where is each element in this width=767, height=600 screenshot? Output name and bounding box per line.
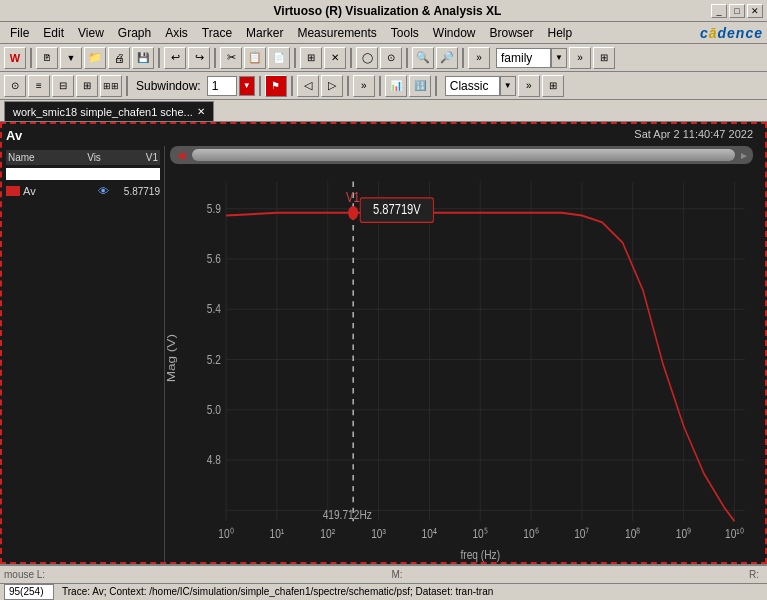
svg-text:5.4: 5.4 bbox=[207, 301, 221, 317]
toolbar-btn-2[interactable]: 🖹 bbox=[36, 47, 58, 69]
toolbar2-flag-btn[interactable]: ⚑ bbox=[265, 75, 287, 97]
mouse-r-label: R: bbox=[749, 569, 759, 580]
svg-text:10⁹: 10⁹ bbox=[676, 525, 692, 541]
toolbar2-btn-left[interactable]: ◁ bbox=[297, 75, 319, 97]
legend-row-0: Av 👁 5.87719 bbox=[6, 183, 160, 199]
svg-text:10⁸: 10⁸ bbox=[625, 525, 641, 541]
svg-text:5.0: 5.0 bbox=[207, 401, 221, 417]
horizontal-scrollbar[interactable]: ◄ ► bbox=[170, 146, 753, 164]
legend-panel: Name Vis V1 Av 👁 5.87719 bbox=[2, 146, 165, 562]
toolbar2-chart-btn[interactable]: 📊 bbox=[385, 75, 407, 97]
scroll-left-arrow[interactable]: ◄ bbox=[174, 147, 188, 163]
menu-help[interactable]: Help bbox=[542, 24, 579, 42]
toolbar2-more[interactable]: » bbox=[353, 75, 375, 97]
legend-eye-icon[interactable]: 👁 bbox=[98, 185, 109, 197]
svg-text:10¹: 10¹ bbox=[270, 525, 285, 541]
mouse-m-label: M: bbox=[392, 569, 403, 580]
toolbar-btn-cut[interactable]: ✂ bbox=[220, 47, 242, 69]
toolbar-btn-3[interactable]: ▼ bbox=[60, 47, 82, 69]
menu-view[interactable]: View bbox=[72, 24, 110, 42]
chart-svg: 5.9 5.6 5.4 5.2 5.0 4.8 Mag (V) 10⁰ 10¹ … bbox=[165, 168, 765, 562]
legend-col-name: Name bbox=[8, 152, 78, 163]
toolbar-btn-save[interactable]: 💾 bbox=[132, 47, 154, 69]
menu-window[interactable]: Window bbox=[427, 24, 482, 42]
toolbar-btn-6[interactable]: ✕ bbox=[324, 47, 346, 69]
toolbar-btn-copy[interactable]: 📋 bbox=[244, 47, 266, 69]
classic-dropdown-arrow[interactable]: ▼ bbox=[500, 76, 516, 96]
cadence-logo: cādence bbox=[700, 25, 763, 41]
toolbar-btn-folder[interactable]: 📁 bbox=[84, 47, 106, 69]
toolbar2-sep-1 bbox=[126, 76, 128, 96]
svg-rect-0 bbox=[165, 168, 765, 562]
title-bar: Virtuoso (R) Visualization & Analysis XL… bbox=[0, 0, 767, 22]
menu-browser[interactable]: Browser bbox=[484, 24, 540, 42]
svg-text:10⁵: 10⁵ bbox=[472, 525, 488, 541]
toolbar2-btn-3[interactable]: ⊟ bbox=[52, 75, 74, 97]
maximize-button[interactable]: □ bbox=[729, 4, 745, 18]
toolbar-sep-7 bbox=[462, 48, 464, 68]
legend-header: Name Vis V1 bbox=[6, 150, 160, 165]
toolbar2-btn-2[interactable]: ≡ bbox=[28, 75, 50, 97]
minimize-button[interactable]: _ bbox=[711, 4, 727, 18]
svg-text:10¹⁰: 10¹⁰ bbox=[725, 525, 744, 541]
menu-axis[interactable]: Axis bbox=[159, 24, 194, 42]
menu-marker[interactable]: Marker bbox=[240, 24, 289, 42]
menu-bar: File Edit View Graph Axis Trace Marker M… bbox=[0, 22, 767, 44]
toolbar-btn-w[interactable]: W bbox=[4, 47, 26, 69]
svg-text:419.712Hz: 419.712Hz bbox=[323, 506, 372, 522]
toolbar-sep-6 bbox=[406, 48, 408, 68]
classic-dropdown[interactable]: Classic bbox=[445, 76, 500, 96]
menu-trace[interactable]: Trace bbox=[196, 24, 238, 42]
plot-title: Av bbox=[6, 128, 22, 143]
toolbar-btn-zoom-in[interactable]: 🔍 bbox=[412, 47, 434, 69]
menu-graph[interactable]: Graph bbox=[112, 24, 157, 42]
menu-edit[interactable]: Edit bbox=[37, 24, 70, 42]
toolbar2-btn-5[interactable]: ⊞⊞ bbox=[100, 75, 122, 97]
toolbar-btn-paste[interactable]: 📄 bbox=[268, 47, 290, 69]
status-top-row: mouse L: M: R: bbox=[0, 566, 767, 583]
toolbar-btn-5[interactable]: ⊞ bbox=[300, 47, 322, 69]
menu-file[interactable]: File bbox=[4, 24, 35, 42]
classic-dropdown-group: Classic ▼ bbox=[445, 76, 516, 96]
legend-filter-bar[interactable] bbox=[6, 168, 160, 180]
toolbar2-calc-btn[interactable]: 🔢 bbox=[409, 75, 431, 97]
toolbar-btn-8[interactable]: ⊙ bbox=[380, 47, 402, 69]
toolbar2-btn-4[interactable]: ⊞ bbox=[76, 75, 98, 97]
toolbar-btn-redo[interactable]: ↪ bbox=[188, 47, 210, 69]
legend-name-av: Av bbox=[23, 185, 95, 197]
toolbar-more-left[interactable]: » bbox=[468, 47, 490, 69]
plot-timestamp: Sat Apr 2 11:40:47 2022 bbox=[634, 128, 753, 140]
mouse-l-label: mouse L: bbox=[4, 569, 45, 580]
toolbar2-more2[interactable]: » bbox=[518, 75, 540, 97]
toolbar2-btn-forward[interactable]: ▷ bbox=[321, 75, 343, 97]
menu-measurements[interactable]: Measurements bbox=[291, 24, 382, 42]
toolbar-more-right[interactable]: » bbox=[569, 47, 591, 69]
toolbar2-btn-1[interactable]: ⊙ bbox=[4, 75, 26, 97]
svg-text:4.8: 4.8 bbox=[207, 452, 221, 468]
legend-col-v1: V1 bbox=[110, 152, 158, 163]
toolbar2-sep-2 bbox=[259, 76, 261, 96]
tab-close-icon[interactable]: ✕ bbox=[197, 106, 205, 117]
toolbar-btn-7[interactable]: ◯ bbox=[356, 47, 378, 69]
tab-main[interactable]: work_smic18 simple_chafen1 sche... ✕ bbox=[4, 101, 214, 121]
scroll-right-arrow[interactable]: ► bbox=[739, 150, 749, 161]
chart-area: 5.9 5.6 5.4 5.2 5.0 4.8 Mag (V) 10⁰ 10¹ … bbox=[165, 168, 765, 562]
svg-text:10⁷: 10⁷ bbox=[574, 525, 590, 541]
toolbar-btn-zoom-out[interactable]: 🔎 bbox=[436, 47, 458, 69]
family-dropdown[interactable]: family bbox=[496, 48, 551, 68]
window-controls[interactable]: _ □ ✕ bbox=[711, 4, 763, 18]
toolbar-grid[interactable]: ⊞ bbox=[593, 47, 615, 69]
toolbar-btn-print[interactable]: 🖨 bbox=[108, 47, 130, 69]
window-title: Virtuoso (R) Visualization & Analysis XL bbox=[64, 4, 711, 18]
subwindow-input[interactable]: 1 bbox=[207, 76, 237, 96]
toolbar2-grid[interactable]: ⊞ bbox=[542, 75, 564, 97]
menu-tools[interactable]: Tools bbox=[385, 24, 425, 42]
svg-text:10⁶: 10⁶ bbox=[523, 525, 539, 541]
scroll-thumb[interactable] bbox=[192, 149, 735, 161]
svg-text:V1: V1 bbox=[346, 188, 360, 205]
subwindow-dropdown-arrow[interactable]: ▼ bbox=[239, 76, 255, 96]
family-dropdown-arrow[interactable]: ▼ bbox=[551, 48, 567, 68]
close-button[interactable]: ✕ bbox=[747, 4, 763, 18]
toolbar-btn-undo[interactable]: ↩ bbox=[164, 47, 186, 69]
svg-point-41 bbox=[348, 206, 358, 220]
